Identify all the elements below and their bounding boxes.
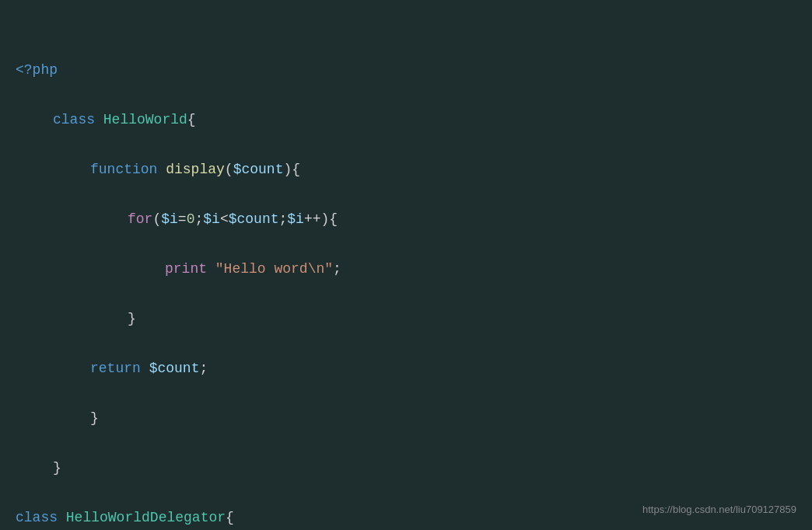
- var-count-cond: $count: [229, 211, 279, 227]
- line-4: for($i=0;$i<$count;$i++){: [16, 207, 796, 232]
- class-name-delegator: HelloWorldDelegator: [66, 510, 226, 525]
- code-block: <?php class HelloWorld{ function display…: [0, 0, 812, 530]
- var-count-return: $count: [149, 361, 200, 376]
- var-i-init: $i: [161, 211, 178, 227]
- line-2: class HelloWorld{: [16, 107, 796, 132]
- keyword-class: class: [53, 112, 103, 127]
- line-1: <?php: [16, 58, 796, 82]
- keyword-class-2: class: [16, 510, 66, 525]
- line-3: function display($count){: [16, 157, 796, 182]
- string-hello: "Hello word\n": [215, 261, 333, 277]
- line-6: }: [16, 306, 796, 331]
- class-name-helloworld: HelloWorld: [103, 112, 187, 127]
- line-5: print "Hello word\n";: [16, 256, 796, 281]
- var-i-inc: $i: [287, 211, 304, 227]
- var-count-param: $count: [233, 162, 284, 177]
- close-brace-for: }: [128, 311, 136, 326]
- keyword-for: for: [128, 211, 152, 227]
- close-brace-func-display: }: [90, 410, 99, 426]
- keyword-return: return: [90, 361, 149, 376]
- close-brace-class-hw: }: [53, 460, 61, 476]
- watermark: https://blog.csdn.net/liu709127859: [642, 497, 796, 522]
- keyword-function-1: function: [90, 162, 166, 177]
- php-tag: <?php: [16, 62, 58, 78]
- line-9: }: [16, 455, 796, 480]
- line-7: return $count;: [16, 356, 796, 381]
- line-8: }: [16, 406, 796, 431]
- func-display: display: [166, 162, 225, 177]
- var-i-cond: $i: [203, 211, 220, 227]
- keyword-print: print: [165, 261, 215, 277]
